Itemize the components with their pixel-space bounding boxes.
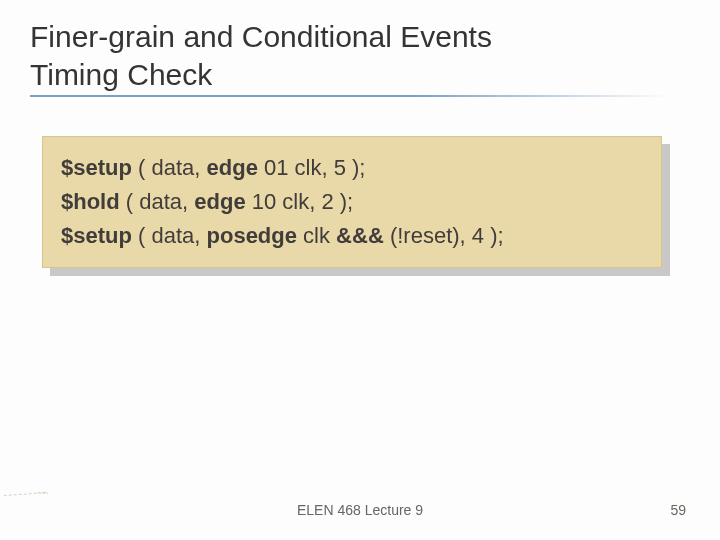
code-block-body: $setup ( data, edge 01 clk, 5 ); $hold (… xyxy=(42,136,662,268)
corner-decoration xyxy=(4,492,48,536)
code-text: clk xyxy=(297,223,336,248)
code-text: 01 clk, 5 ); xyxy=(258,155,366,180)
operator-and: &&& xyxy=(336,223,384,248)
code-text: ( data, xyxy=(132,155,207,180)
code-line-1: $setup ( data, edge 01 clk, 5 ); xyxy=(61,151,643,185)
keyword-setup: $setup xyxy=(61,223,132,248)
code-text: ( data, xyxy=(120,189,195,214)
keyword-edge: edge xyxy=(194,189,245,214)
code-line-3: $setup ( data, posedge clk &&& (!reset),… xyxy=(61,219,643,253)
keyword-edge: edge xyxy=(207,155,258,180)
page-number: 59 xyxy=(670,502,686,518)
slide: Finer-grain and Conditional Events Timin… xyxy=(0,0,720,540)
title-line-2: Timing Check xyxy=(30,58,212,91)
keyword-posedge: posedge xyxy=(207,223,297,248)
title-underline xyxy=(30,95,670,97)
code-text: (!reset), 4 ); xyxy=(384,223,504,248)
keyword-setup: $setup xyxy=(61,155,132,180)
code-line-2: $hold ( data, edge 10 clk, 2 ); xyxy=(61,185,643,219)
title-line-1: Finer-grain and Conditional Events xyxy=(30,20,492,53)
code-block: $setup ( data, edge 01 clk, 5 ); $hold (… xyxy=(42,136,662,268)
footer-text: ELEN 468 Lecture 9 xyxy=(0,502,720,518)
slide-title: Finer-grain and Conditional Events Timin… xyxy=(30,18,690,93)
keyword-hold: $hold xyxy=(61,189,120,214)
code-text: 10 clk, 2 ); xyxy=(246,189,354,214)
code-text: ( data, xyxy=(132,223,207,248)
